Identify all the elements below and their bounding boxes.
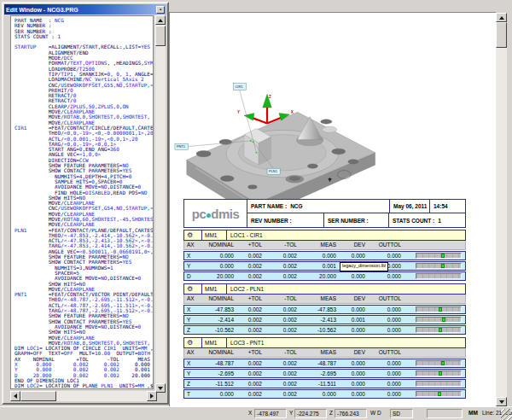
dimension-cell: 0.000 bbox=[336, 380, 365, 388]
dimension-cell: -2.695 bbox=[198, 370, 234, 377]
dimension-cell: -2.413 bbox=[297, 316, 336, 324]
column-header: MEAS bbox=[297, 295, 336, 302]
arrow-down-icon bbox=[499, 400, 504, 404]
dimension-row[interactable]: Y-2.4140.0020.002-2.4130.0010.000 bbox=[183, 315, 466, 324]
scroll-thumb[interactable] bbox=[20, 391, 56, 401]
column-header: DEV bbox=[336, 348, 365, 356]
dimension-row[interactable]: Y0.0000.0020.0020.0010.0000.000 bbox=[183, 261, 466, 271]
dimension-cell: X bbox=[184, 252, 198, 260]
deviation-marker bbox=[439, 307, 442, 312]
dimension-row[interactable]: Z-11.5120.0020.002-11.5110.0000.000 bbox=[183, 379, 466, 388]
dimension-cell: 0.001 bbox=[336, 316, 365, 324]
dimension-block: ⚙MM1LOC3 - PNT1AXNOMINAL+TOL-TOLMEASDEVO… bbox=[183, 337, 466, 399]
dimension-gear-icon: ⚙ bbox=[184, 284, 202, 294]
dimension-cell: 0.002 bbox=[234, 262, 262, 270]
column-header: NOMINAL bbox=[198, 295, 234, 302]
dimension-row[interactable]: X-47.8530.0020.002-47.8530.0000.000 bbox=[183, 305, 466, 314]
dimension-gear-icon: ⚙ bbox=[184, 230, 202, 240]
dimension-cell: 0.000 bbox=[297, 252, 336, 260]
deviation-bar bbox=[416, 317, 462, 323]
column-header: OUTTOL bbox=[365, 348, 401, 356]
dimension-cell: -47.853 bbox=[198, 306, 234, 313]
dimension-cell: 0.000 bbox=[336, 370, 365, 377]
dimension-cell: 0.002 bbox=[262, 370, 297, 377]
deviation-marker bbox=[441, 254, 445, 258]
dimension-row[interactable]: D20.0000.0020.00220.0000.0000.000 bbox=[183, 271, 466, 281]
dimension-header-bar[interactable]: ⚙MM1LOC1 - CIR1 bbox=[183, 230, 466, 241]
scroll-down-button[interactable] bbox=[496, 397, 507, 406]
dimension-cell: 0.000 bbox=[365, 272, 401, 280]
arrow-up-icon bbox=[499, 16, 504, 20]
x-axis-label: X bbox=[291, 110, 294, 114]
dimension-cell: 0.000 bbox=[198, 390, 234, 398]
scroll-thumb[interactable] bbox=[155, 26, 166, 46]
dimension-cell: 20.000 bbox=[198, 272, 234, 280]
dimension-cell: 0.002 bbox=[262, 262, 297, 270]
dimension-row[interactable]: T0.0000.0020.0020.0000.0000.000 bbox=[183, 389, 466, 399]
dimension-row[interactable]: Z-10.5620.0020.002-10.5620.0000.000 bbox=[183, 325, 466, 335]
dimension-cell: -10.562 bbox=[198, 326, 234, 334]
dimension-cell: X bbox=[184, 359, 198, 367]
dimension-cell: 0.000 bbox=[365, 390, 401, 398]
dimension-cell: 0.002 bbox=[262, 306, 297, 313]
column-header: +TOL bbox=[234, 241, 262, 248]
edit-window-titlebar[interactable]: Edit Window - NCG3.PRG ▪ bbox=[4, 4, 166, 15]
y-axis-label: Y bbox=[237, 110, 240, 114]
column-header: AX bbox=[184, 348, 198, 356]
deviation-bar bbox=[416, 263, 462, 269]
dimension-cell: 0.000 bbox=[336, 390, 365, 398]
scroll-thumb[interactable] bbox=[496, 22, 507, 48]
scroll-up-button[interactable] bbox=[496, 13, 507, 22]
edit-vertical-scrollbar[interactable] bbox=[155, 15, 166, 393]
dimension-title: LOC1 - CIR1 bbox=[227, 230, 465, 240]
dimension-cell: 0.000 bbox=[365, 316, 401, 324]
scroll-up-button[interactable] bbox=[155, 15, 166, 25]
column-header: MEAS bbox=[297, 241, 336, 248]
y-coord-label: Y bbox=[289, 410, 293, 416]
dimension-cell: T bbox=[184, 390, 198, 398]
dimension-cell: 0.000 bbox=[336, 326, 365, 334]
report-time: 14:54 bbox=[429, 199, 466, 213]
column-header-row: AXNOMINAL+TOL-TOLMEASDEVOUTTOL bbox=[183, 295, 466, 304]
dimension-header-bar[interactable]: ⚙MM1LOC3 - PNT1 bbox=[183, 337, 466, 348]
deviation-bar bbox=[416, 273, 462, 279]
code-line[interactable]: GRAPH=OFF TEXT=OFF MULT=10.00 OUTPUT=BOT… bbox=[15, 388, 153, 389]
scroll-left-button[interactable] bbox=[10, 391, 20, 401]
dimension-cell: 20.000 bbox=[297, 272, 336, 280]
dimension-cell: -48.787 bbox=[297, 359, 336, 367]
dimension-cell: Z bbox=[184, 380, 198, 388]
deviation-bar bbox=[416, 391, 462, 397]
x-coord-value: -478.497 bbox=[254, 409, 287, 418]
dimension-cell: 0.000 bbox=[336, 252, 365, 260]
dimension-cell: Y bbox=[184, 370, 198, 377]
dimension-header-bar[interactable]: ⚙MM1LOC2 - PLN1 bbox=[183, 283, 466, 295]
dimension-cell: Y bbox=[184, 316, 198, 324]
dimension-cell: 0.002 bbox=[234, 370, 262, 377]
column-header: AX bbox=[184, 241, 198, 248]
column-header: -TOL bbox=[262, 348, 297, 356]
scroll-right-button[interactable] bbox=[147, 391, 157, 401]
tooltip: legacy_dimension.lbl bbox=[340, 262, 388, 271]
deviation-marker bbox=[441, 361, 445, 365]
dimension-row[interactable]: X-48.7870.0020.002-48.7870.0000.000 bbox=[183, 359, 466, 368]
report-header: pcdmis PART NAME :NCG May 06, 2011 14:54… bbox=[183, 199, 466, 228]
deviation-marker bbox=[439, 328, 442, 332]
deviation-bar bbox=[416, 370, 462, 376]
workplane-indicator: W D bbox=[370, 410, 381, 416]
view-vertical-scrollbar[interactable] bbox=[496, 13, 507, 406]
dimension-block: ⚙MM1LOC1 - CIR1AXNOMINAL+TOL-TOLMEASDEVO… bbox=[183, 230, 466, 281]
dimension-cell: 0.002 bbox=[234, 316, 262, 324]
window-menu-button[interactable]: ▪ bbox=[156, 6, 165, 14]
code-editor[interactable]: PART NAME : NCGREV NUMBER : SER NUMBER :… bbox=[10, 15, 154, 389]
dimension-row[interactable]: X0.0000.0020.0020.0000.0000.000 bbox=[183, 251, 466, 260]
resize-grip[interactable] bbox=[501, 409, 512, 420]
dimension-cell: Y bbox=[184, 262, 198, 270]
dimension-units: MM1 bbox=[202, 230, 227, 240]
edit-horizontal-scrollbar[interactable] bbox=[10, 391, 157, 401]
inspection-report: pcdmis PART NAME :NCG May 06, 2011 14:54… bbox=[183, 199, 466, 401]
dimension-row[interactable]: Y-2.6950.0020.002-2.6950.0000.000 bbox=[183, 369, 466, 378]
column-header: NOMINAL bbox=[198, 348, 234, 356]
arrow-up-icon bbox=[158, 19, 163, 22]
stats-count-field: STATS COUNT :1 bbox=[388, 213, 466, 228]
deviation-bar bbox=[416, 306, 462, 312]
